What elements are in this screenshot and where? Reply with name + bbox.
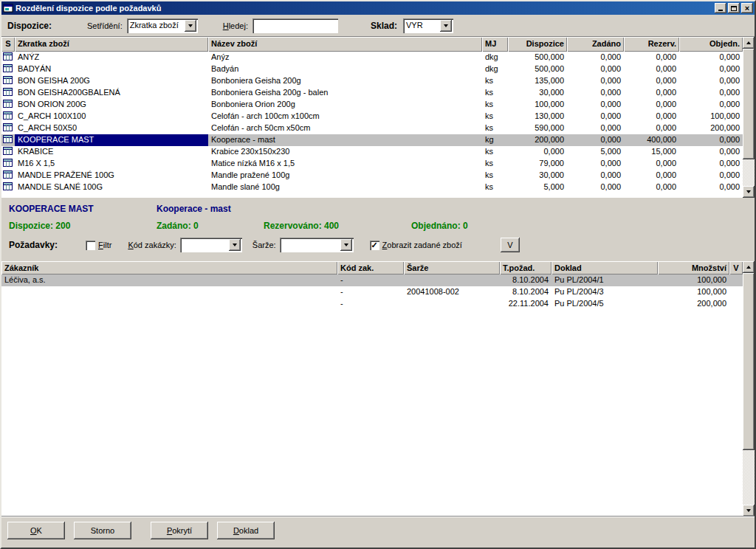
detail-code: KOOPERACE MAST [9, 204, 157, 214]
col-header-mnozstvi[interactable]: Množství [658, 261, 729, 274]
table-row[interactable]: BON GEISHA 200GBonboniera Geisha 200gks1… [1, 75, 743, 87]
col-header-tpozad[interactable]: T.požad. [500, 261, 551, 274]
col-header-zakaznik[interactable]: Zákazník [1, 261, 337, 274]
cell-zadano: 0,000 [567, 99, 624, 111]
scroll-up-button[interactable] [743, 37, 755, 49]
table-row[interactable]: KOOPERACE MASTKooperace - mastkg200,0000… [1, 134, 743, 146]
table-row[interactable]: BON GEISHA200GBALENÁBonboniera Geisha 20… [1, 87, 743, 99]
scroll-thumb[interactable] [743, 273, 755, 450]
cell-code: M16 X 1,5 [15, 158, 208, 170]
chevron-down-icon[interactable] [185, 20, 196, 32]
pokryti-button[interactable]: Pokrytí [151, 522, 208, 539]
col-header-s[interactable]: S [1, 37, 15, 52]
sklad-combo[interactable]: VYR [403, 18, 453, 33]
cell-mnozstvi: 100,000 [658, 286, 729, 298]
close-button[interactable]: × [741, 3, 753, 13]
col-header-v[interactable]: V [729, 261, 743, 274]
col-header-nazev[interactable]: Název zboží [208, 37, 482, 52]
request-row[interactable]: -22.11.2004Pu PL/2004/5200,000 [1, 298, 743, 310]
chevron-down-icon[interactable] [229, 239, 241, 251]
scroll-track[interactable] [743, 159, 755, 186]
v-button[interactable]: V [501, 238, 520, 252]
table-row[interactable]: ANÝZAnýzdkg500,0000,0000,0000,000 [1, 52, 743, 63]
cell-objedn: 0,000 [679, 134, 743, 146]
cell-name: Celofán - arch 100cm x100cm [208, 111, 482, 122]
col-header-objedn[interactable]: Objedn. [679, 37, 743, 52]
footer: OK Storno Pokrytí Doklad [1, 517, 755, 548]
scroll-down-button[interactable] [743, 505, 755, 517]
scroll-up-button[interactable] [743, 261, 755, 273]
cell-code: MANDLE SLANÉ 100G [15, 182, 208, 193]
window-title: Rozdělení dispozice podle požadavků [16, 4, 713, 13]
col-header-rezerv[interactable]: Rezerv. [624, 37, 679, 52]
scroll-thumb[interactable] [743, 49, 755, 159]
toolbar: Dispozice: Setřídění: Zkratka zboží Hled… [1, 15, 755, 37]
col-header-zadano[interactable]: Zadáno [567, 37, 624, 52]
requests-table-header: Zákazník Kód zak. Šarže T.požad. Doklad … [1, 261, 743, 274]
maximize-icon [731, 6, 737, 11]
cell-dispozice: 130,000 [508, 111, 567, 122]
col-header-dispozice[interactable]: Dispozice [508, 37, 567, 52]
table-row[interactable]: C_ARCH 50X50Celofán - arch 50cm x50cmks5… [1, 122, 743, 134]
col-header-mj[interactable]: MJ [482, 37, 508, 52]
col-header-zkratka[interactable]: Zkratka zboží [15, 37, 208, 52]
cell-code: C_ARCH 50X50 [15, 122, 208, 134]
table-row[interactable]: BON ORION 200GBonboniera Orion 200gks100… [1, 99, 743, 111]
cell-dispozice: 30,000 [508, 87, 567, 99]
col-header-doklad[interactable]: Doklad [551, 261, 658, 274]
cell-name: Kooperace - mast [208, 134, 482, 146]
filtr-checkbox[interactable] [86, 241, 95, 250]
main-table: S Zkratka zboží Název zboží MJ Dispozice… [1, 37, 755, 198]
chevron-down-icon[interactable] [440, 20, 452, 32]
chevron-down-icon[interactable] [340, 239, 352, 251]
cell-tpozad: 8.10.2004 [500, 274, 551, 286]
cell-kod-zak: - [337, 286, 404, 298]
cell-v [729, 286, 743, 298]
requests-table-scrollbar[interactable] [743, 261, 755, 517]
cell-zadano: 0,000 [567, 75, 624, 87]
kod-zakazky-combo[interactable] [180, 238, 242, 252]
ok-button[interactable]: OK [7, 522, 65, 539]
cell-objedn: 0,000 [679, 146, 743, 158]
table-row[interactable]: MANDLE PRAŽENÉ 100GMandle pražené 100gks… [1, 170, 743, 182]
cell-zadano: 0,000 [567, 134, 624, 146]
cell-zadano: 0,000 [567, 63, 624, 75]
cell-rezerv: 15,000 [624, 146, 679, 158]
cell-dispozice: 500,000 [508, 52, 567, 63]
main-table-scrollbar[interactable] [743, 37, 755, 198]
cell-mj: ks [482, 122, 508, 134]
maximize-button[interactable] [728, 3, 740, 13]
arrow-up-icon [746, 266, 751, 269]
storno-button[interactable]: Storno [74, 522, 131, 539]
table-row[interactable]: KRABICEKrabice 230x150x230ks0,0005,00015… [1, 146, 743, 158]
table-row[interactable]: C_ARCH 100X100Celofán - arch 100cm x100c… [1, 111, 743, 122]
search-input[interactable] [252, 18, 338, 33]
table-row[interactable]: BADYÁNBadyándkg500,0000,0000,0000,000 [1, 63, 743, 75]
scroll-down-button[interactable] [743, 186, 755, 198]
cell-mj: ks [482, 146, 508, 158]
cell-zadano: 0,000 [567, 170, 624, 182]
cell-dispozice: 135,000 [508, 75, 567, 87]
request-row[interactable]: Léčiva, a.s.-8.10.2004Pu PL/2004/1100,00… [1, 274, 743, 286]
item-icon [1, 99, 15, 111]
cell-sarze [404, 274, 500, 286]
cell-v [729, 274, 743, 286]
cell-dispozice: 500,000 [508, 63, 567, 75]
cell-zadano: 0,000 [567, 182, 624, 193]
sarze-combo[interactable] [280, 238, 354, 252]
doklad-button[interactable]: Doklad [217, 522, 275, 539]
cell-doklad: Pu PL/2004/5 [551, 298, 658, 310]
search-label: Hledej: [223, 21, 248, 30]
item-icon [1, 146, 15, 158]
zobrazit-checkbox[interactable] [370, 241, 379, 250]
table-row[interactable]: M16 X 1,5Matice nízká M16 x 1,5ks79,0000… [1, 158, 743, 170]
col-header-sarze[interactable]: Šarže [404, 261, 500, 274]
scroll-track[interactable] [743, 450, 755, 505]
sort-combo[interactable]: Zkratka zboží [127, 18, 198, 33]
cell-rezerv: 0,000 [624, 63, 679, 75]
table-row[interactable]: MANDLE SLANÉ 100GMandle slané 100gks5,00… [1, 182, 743, 193]
stat-dispozice: Dispozice: 200 [9, 221, 157, 231]
request-row[interactable]: -20041008-0028.10.2004Pu PL/2004/3100,00… [1, 286, 743, 298]
minimize-button[interactable] [715, 3, 726, 13]
col-header-kod-zak[interactable]: Kód zak. [337, 261, 404, 274]
